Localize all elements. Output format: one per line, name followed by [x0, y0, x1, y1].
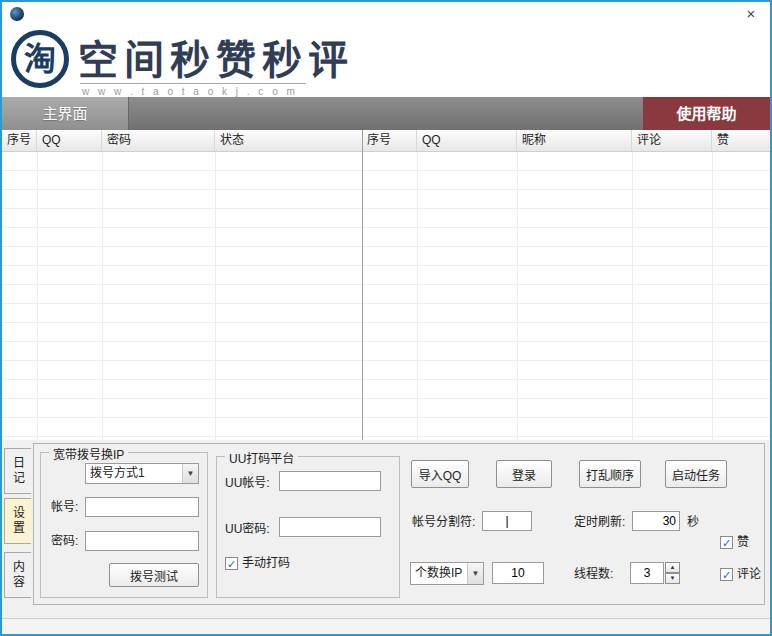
uu-account-input[interactable] [279, 471, 381, 491]
dial-password-label: 密码: [51, 531, 78, 551]
right-header-like[interactable]: 赞 [712, 130, 770, 151]
task-result-list [362, 152, 770, 440]
side-tab-diary[interactable]: 日记 [4, 448, 31, 494]
status-bar [2, 618, 770, 634]
grid-line [37, 152, 38, 440]
comment-checkbox[interactable]: ✓ [720, 568, 733, 581]
stepper-down-icon[interactable]: ▼ [665, 573, 680, 584]
start-task-button[interactable]: 启动任务 [665, 460, 727, 488]
qq-account-list [2, 152, 362, 440]
manual-captcha-label: 手动打码 [242, 556, 290, 571]
table-divider [362, 130, 363, 440]
right-header-index[interactable]: 序号 [362, 130, 417, 151]
login-button[interactable]: 登录 [496, 460, 552, 488]
chevron-down-icon: ▼ [467, 563, 483, 584]
import-qq-button[interactable]: 导入QQ [411, 460, 469, 488]
grid-line [517, 152, 518, 440]
grid-line [632, 152, 633, 440]
dial-password-input[interactable] [85, 531, 199, 551]
shuffle-button[interactable]: 打乱顺序 [579, 460, 641, 488]
brand-url: w w w . t a o t a o k j . c o m [82, 86, 298, 97]
chevron-down-icon: ▼ [182, 464, 198, 483]
side-tab-settings[interactable]: 设置 [4, 498, 31, 544]
dial-account-input[interactable] [85, 497, 199, 517]
grid-line [712, 152, 713, 440]
brand-logo-char: 淘 [16, 35, 64, 83]
uu-group-title: UU打码平台 [225, 449, 298, 466]
threads-input[interactable] [630, 562, 664, 584]
stepper-up-icon[interactable]: ▲ [665, 562, 680, 573]
left-header-password[interactable]: 密码 [102, 130, 215, 151]
dial-mode-select[interactable]: 拨号方式1 ▼ [85, 463, 199, 484]
dial-test-button[interactable]: 拨号测试 [109, 563, 199, 587]
threads-stepper: ▲ ▼ [665, 562, 680, 584]
brand-divider [80, 83, 306, 84]
uu-account-label: UU帐号: [225, 473, 270, 493]
grid-line [102, 152, 103, 440]
separator-input[interactable] [482, 511, 532, 531]
title-bar: × [2, 2, 770, 26]
close-icon[interactable]: × [742, 5, 760, 23]
manual-captcha-checkbox[interactable]: ✓ [225, 557, 238, 570]
app-logo-icon [10, 7, 24, 21]
dial-group-title: 宽带拨号换IP [49, 445, 128, 462]
right-header-comment[interactable]: 评论 [632, 130, 712, 151]
comment-checkbox-label: 评论 [737, 567, 761, 582]
separator-label: 帐号分割符: [412, 512, 475, 532]
left-header-status[interactable]: 状态 [215, 130, 362, 151]
brand-header: 淘 空间秒赞秒评 w w w . t a o t a o k j . c o m [2, 26, 770, 97]
uu-password-input[interactable] [279, 517, 381, 537]
bottom-area: 日记 设置 内容 宽带拨号换IP 拨号方式1 ▼ 帐号: 密码: 拨号测试 [2, 440, 770, 618]
uu-password-label: UU密码: [225, 519, 270, 539]
right-table-header: 序号 QQ 昵称 评论 赞 [362, 130, 770, 152]
main-tabbar: 主界面 使用帮助 [2, 97, 770, 130]
dial-account-label: 帐号: [51, 497, 78, 517]
brand-logo-icon: 淘 [11, 30, 69, 88]
app-title: 空间秒赞秒评 [78, 28, 354, 86]
right-header-nickname[interactable]: 昵称 [517, 130, 632, 151]
left-header-qq[interactable]: QQ [37, 130, 102, 151]
refresh-unit: 秒 [687, 512, 699, 532]
uu-group: UU打码平台 UU帐号: UU密码: ✓ 手动打码 [216, 456, 400, 598]
like-checkbox-label: 赞 [737, 535, 749, 550]
refresh-input[interactable] [632, 511, 680, 531]
left-table-header: 序号 QQ 密码 状态 [2, 130, 362, 152]
threads-label: 线程数: [574, 564, 613, 584]
app-window: × 淘 空间秒赞秒评 w w w . t a o t a o k j . c o… [0, 0, 772, 636]
dial-group: 宽带拨号换IP 拨号方式1 ▼ 帐号: 密码: 拨号测试 [40, 452, 208, 598]
side-tab-content[interactable]: 内容 [4, 552, 31, 598]
settings-panel: 宽带拨号换IP 拨号方式1 ▼ 帐号: 密码: 拨号测试 UU打码平台 UU帐号… [33, 443, 765, 605]
grid-line [215, 152, 216, 440]
grid-line [417, 152, 418, 440]
right-header-qq[interactable]: QQ [417, 130, 517, 151]
refresh-label: 定时刷新: [574, 512, 625, 532]
left-header-index[interactable]: 序号 [2, 130, 37, 151]
ip-mode-select[interactable]: 个数换IP ▼ [410, 562, 484, 585]
like-checkbox[interactable]: ✓ [720, 536, 733, 549]
help-button[interactable]: 使用帮助 [643, 97, 770, 130]
ip-count-input[interactable] [492, 562, 544, 584]
tab-main-interface[interactable]: 主界面 [2, 97, 129, 130]
